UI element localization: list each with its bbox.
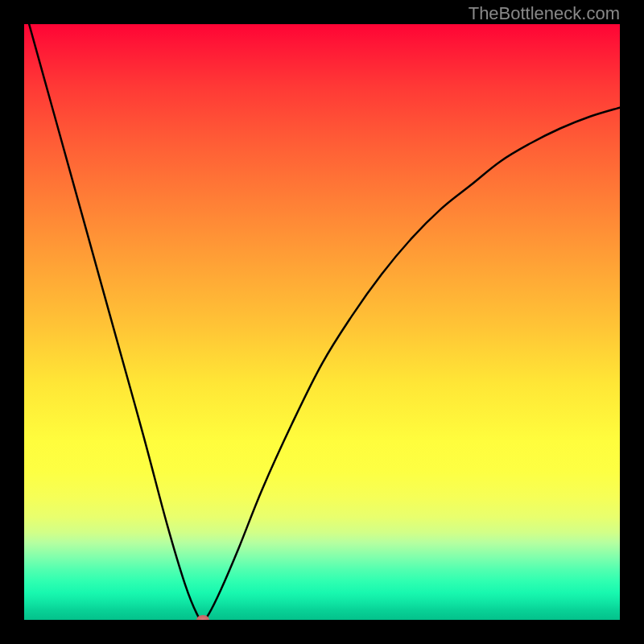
- minimum-marker: [196, 615, 209, 620]
- watermark-text: TheBottleneck.com: [469, 3, 620, 24]
- bottleneck-curve-line: [24, 24, 620, 620]
- chart-plot-area: [24, 24, 620, 620]
- chart-curve-svg: [24, 24, 620, 620]
